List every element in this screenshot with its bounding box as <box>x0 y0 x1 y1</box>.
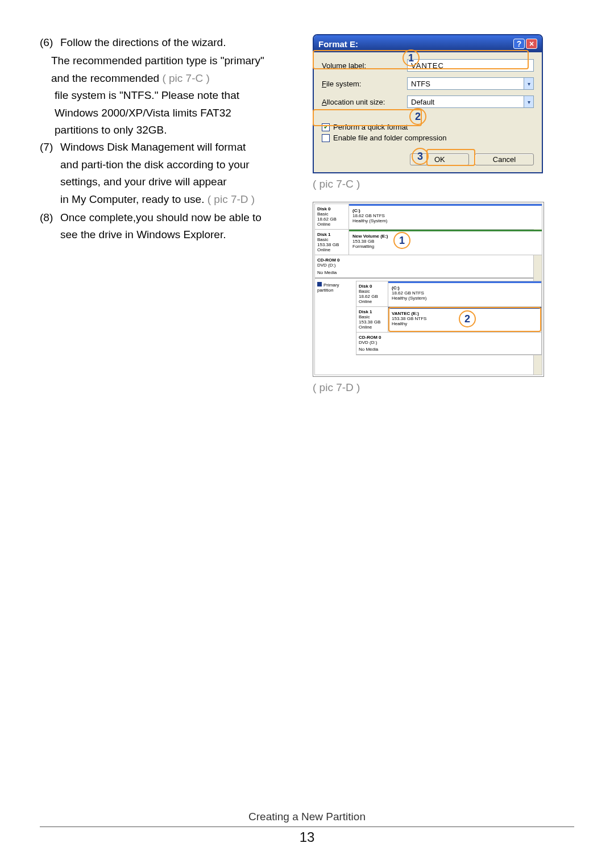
vol-sub: 18.62 GB NTFS <box>352 213 538 218</box>
close-icon[interactable]: × <box>526 39 537 49</box>
compression-label: Enable file and folder compression <box>333 134 446 142</box>
step-num: (7) <box>40 139 60 208</box>
pic-ref: ( pic 7-D ) <box>208 193 255 205</box>
file-system-label: File system: <box>322 80 407 88</box>
allocation-size-value: Default <box>407 95 524 108</box>
cd-name: CD-ROM 0 <box>317 258 540 263</box>
step-text: Windows 2000/XP/Vista limits FAT32 <box>51 105 290 122</box>
step-text: settings, and your drive will appear <box>60 173 290 190</box>
disk-size: 153.38 GB <box>317 242 346 247</box>
step-8: (8) Once complete,you should now be able… <box>40 209 290 244</box>
figure-caption-7d: ( pic 7-D ) <box>313 381 574 394</box>
volume[interactable]: New Volume (E:) 153.38 GB Formatting <box>349 230 542 255</box>
step-text: and the recommended ( pic 7-C ) <box>51 70 290 87</box>
volume[interactable]: (C:) 18.62 GB NTFS Healthy (System) <box>349 204 542 229</box>
disk-name: Disk 1 <box>359 309 385 314</box>
step-7: (7) Windows Disk Management will format … <box>40 139 290 208</box>
vol-name: (C:) <box>352 208 538 213</box>
compression-checkbox-row[interactable]: Enable file and folder compression <box>322 134 534 142</box>
disk-management-figure: Disk 0 Basic 18.62 GB Online (C:) 18.62 … <box>313 202 544 377</box>
vol-state: Healthy (System) <box>352 218 538 223</box>
disk-name: Disk 1 <box>317 232 346 237</box>
step-text: and parti-tion the disk according to you… <box>60 156 290 173</box>
vol-state: Formatting <box>352 244 538 249</box>
file-system-value: NTFS <box>407 77 524 90</box>
step-text: Once complete,you should now be able to <box>60 209 290 226</box>
disk-status: Online <box>317 222 346 227</box>
cd-sub: DVD (D:) <box>317 263 540 268</box>
volume-label-input[interactable]: VANTEC <box>407 59 534 72</box>
help-icon[interactable]: ? <box>513 39 525 49</box>
step-6: (6) Follow the directions of the wizard. <box>40 34 290 51</box>
checkbox-icon[interactable] <box>322 123 330 131</box>
dialog-title: Format E: <box>318 39 358 49</box>
disk-name: Disk 0 <box>317 206 346 211</box>
volume-label-label: Volume label: <box>322 61 407 70</box>
legend: Primary partition <box>315 281 356 355</box>
disk-status: Online <box>317 247 346 252</box>
step-text: The recommended partition type is "prima… <box>51 52 290 69</box>
volume[interactable]: (C:) 18.62 GB NTFS Healthy (System) <box>388 281 541 306</box>
vol-name: New Volume (E:) <box>352 234 538 239</box>
cancel-button[interactable]: Cancel <box>475 153 534 165</box>
disk-row: Disk 1 Basic 153.38 GB Online New Volume… <box>315 230 542 255</box>
instruction-list: (6) Follow the directions of the wizard.… <box>40 34 290 405</box>
step-text: partitions to only 32GB. <box>51 122 290 139</box>
disk-row: Disk 0 Basic 18.62 GB Online (C:) 18.62 … <box>315 204 542 230</box>
disk-row: CD-ROM 0 DVD (D:) No Media <box>315 255 542 278</box>
chevron-down-icon[interactable]: ▾ <box>524 95 534 108</box>
pic-ref: ( pic 7-C ) <box>162 72 209 84</box>
chevron-down-icon[interactable]: ▾ <box>524 77 534 90</box>
disk-name: Disk 0 <box>359 284 385 289</box>
divider <box>40 827 574 827</box>
cd-state: No Media <box>317 270 540 275</box>
dialog-titlebar: Format E: ? × <box>314 35 542 52</box>
step-text: Follow the directions of the wizard. <box>60 34 290 51</box>
format-dialog-figure: Format E: ? × Volume label: VANTEC File … <box>313 34 543 190</box>
disk-size: 18.62 GB <box>317 217 346 222</box>
step-text: see the drive in Windows Explorer. <box>60 226 290 243</box>
disk-type: Basic <box>317 211 346 217</box>
page-number: 13 <box>40 829 574 845</box>
vol-sub: 153.38 GB <box>352 239 538 244</box>
step-num: (8) <box>40 209 60 244</box>
step-text: file system is "NTFS." Please note that <box>51 87 290 104</box>
page-footer: Creating a New Partition 13 <box>40 811 574 845</box>
step-text: Windows Disk Management will format <box>60 139 290 156</box>
allocation-size-select[interactable]: Default ▾ <box>407 95 534 108</box>
file-system-select[interactable]: NTFS ▾ <box>407 77 534 90</box>
quick-format-checkbox-row[interactable]: Perform a quick format <box>322 123 534 131</box>
step-text: in My Computer, ready to use. ( pic 7-D … <box>60 191 290 208</box>
allocation-size-label: Allocation unit size: <box>322 98 407 106</box>
footer-title: Creating a New Partition <box>40 811 574 823</box>
quick-format-label: Perform a quick format <box>333 123 408 131</box>
disk-type: Basic <box>317 237 346 242</box>
ok-button[interactable]: OK <box>410 153 469 165</box>
format-dialog: Format E: ? × Volume label: VANTEC File … <box>313 34 543 173</box>
volume[interactable]: VANTEC (E:) 153.38 GB NTFS Healthy <box>388 307 541 332</box>
figure-caption-7c: ( pic 7-C ) <box>313 178 543 190</box>
step-num: (6) <box>40 34 60 51</box>
checkbox-icon[interactable] <box>322 134 330 142</box>
